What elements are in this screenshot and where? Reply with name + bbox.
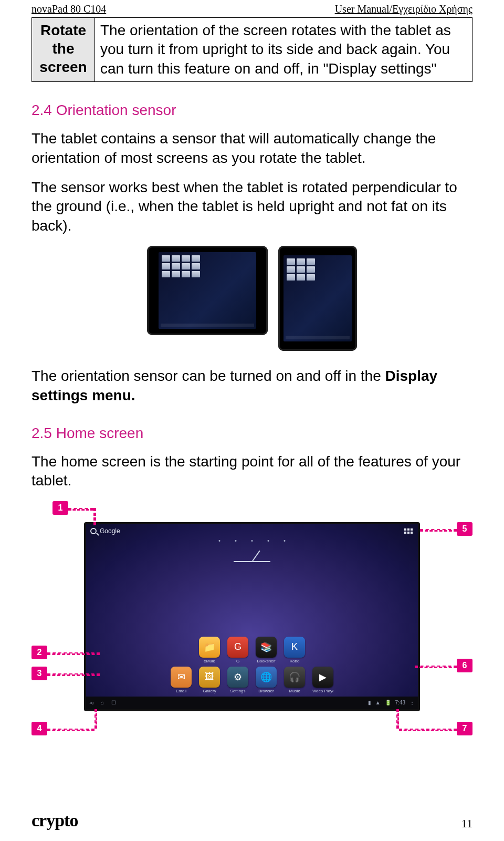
app-icon[interactable]: G bbox=[227, 637, 248, 658]
callout-1: 1 bbox=[52, 501, 68, 515]
rotate-desc-cell: The orientation of the screen rotates wi… bbox=[95, 18, 472, 82]
app-icon[interactable]: 🌐 bbox=[256, 667, 277, 688]
callout-7: 7 bbox=[457, 722, 472, 735]
app-icon[interactable]: 🎧 bbox=[284, 667, 305, 688]
clock-text: 7:43 bbox=[395, 700, 405, 705]
section-2-4-p1: The tablet contains a sensor that will a… bbox=[32, 129, 472, 168]
app-dock: 📁eMule GG 📚Bookshelf KKobo ✉Email 🖼Galle… bbox=[171, 637, 333, 693]
callout-6: 6 bbox=[457, 659, 472, 672]
header-left: novaPad 80 C104 bbox=[32, 3, 106, 15]
rotate-screen-table: Rotate the screen The orientation of the… bbox=[32, 17, 472, 82]
app-icon[interactable]: ▶ bbox=[312, 667, 333, 688]
status-icon: ▲ bbox=[375, 700, 381, 705]
search-bar[interactable]: Google bbox=[90, 527, 120, 535]
app-icon[interactable]: K bbox=[284, 637, 305, 658]
manual-page: novaPad 80 C104 User Manual/Εγχειρίδιο Χ… bbox=[0, 0, 504, 841]
recent-icon[interactable]: ☐ bbox=[111, 700, 116, 705]
back-icon[interactable]: ◅ bbox=[89, 700, 93, 705]
callout-3: 3 bbox=[32, 667, 47, 680]
section-2-4-title: 2.4 Orientation sensor bbox=[32, 102, 472, 119]
home-screen-figure: Google 📁eMule GG 📚Bookshelf KKobo ✉Email… bbox=[32, 501, 472, 748]
app-icon[interactable]: 🖼 bbox=[199, 667, 220, 688]
apps-grid-icon[interactable] bbox=[404, 528, 414, 538]
section-2-5-p1: The home screen is the starting point fo… bbox=[32, 452, 472, 491]
page-footer: crypto 11 bbox=[32, 811, 472, 830]
brand-logo: crypto bbox=[32, 811, 78, 830]
tablet-landscape-icon bbox=[147, 246, 268, 335]
section-2-4-p3: The orientation sensor can be turned on … bbox=[32, 367, 472, 405]
app-icon[interactable]: ✉ bbox=[171, 667, 192, 688]
tablet-orientation-figure bbox=[32, 246, 472, 351]
page-number: 11 bbox=[461, 817, 472, 830]
search-label: Google bbox=[100, 527, 120, 535]
search-icon bbox=[90, 528, 97, 534]
callout-2: 2 bbox=[32, 646, 47, 659]
rotate-label-cell: Rotate the screen bbox=[32, 18, 95, 82]
home-screen: Google 📁eMule GG 📚Bookshelf KKobo ✉Email… bbox=[84, 522, 420, 711]
header-right: User Manual/Εγχειρίδιο Χρήσης bbox=[335, 3, 472, 15]
callout-4: 4 bbox=[32, 722, 47, 735]
status-icon: 🔋 bbox=[385, 700, 391, 705]
running-header: novaPad 80 C104 User Manual/Εγχειρίδιο Χ… bbox=[32, 3, 472, 15]
section-2-5-title: 2.5 Home screen bbox=[32, 425, 472, 442]
system-nav-bar: ◅ ⌂ ☐ ▮ ▲ 🔋 7:43 ⋮ bbox=[86, 697, 418, 709]
app-icon[interactable]: ⚙ bbox=[227, 667, 248, 688]
status-icon: ▮ bbox=[368, 700, 371, 705]
analog-clock-widget bbox=[234, 561, 270, 562]
app-icon[interactable]: 📁 bbox=[199, 637, 220, 658]
tablet-portrait-icon bbox=[278, 246, 357, 351]
status-icon: ⋮ bbox=[410, 700, 415, 705]
callout-5: 5 bbox=[457, 522, 472, 536]
app-icon[interactable]: 📚 bbox=[256, 637, 277, 658]
home-icon[interactable]: ⌂ bbox=[101, 700, 104, 705]
section-2-4-p2: The sensor works best when the tablet is… bbox=[32, 178, 472, 235]
page-indicator bbox=[219, 540, 286, 542]
